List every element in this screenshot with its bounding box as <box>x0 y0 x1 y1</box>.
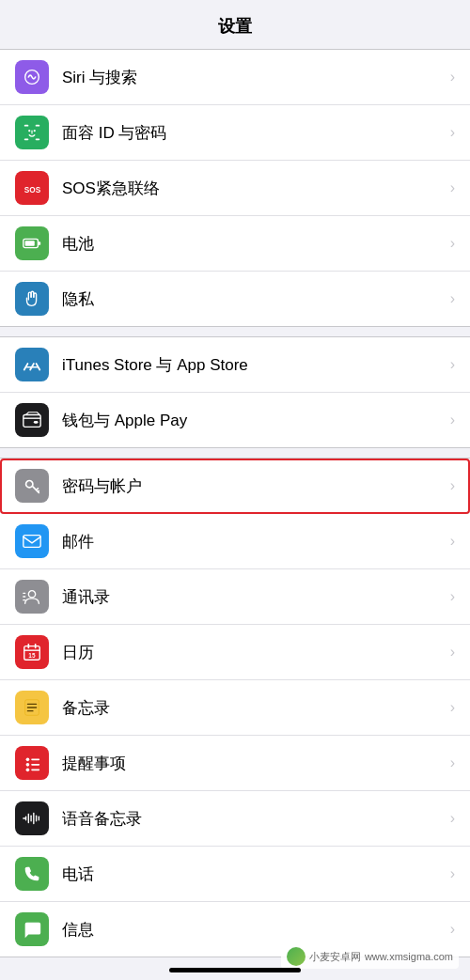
settings-label-siri: Siri 与搜索 <box>62 67 443 88</box>
settings-label-voicememo: 语音备忘录 <box>62 808 443 830</box>
svg-rect-10 <box>38 241 40 245</box>
chevron-icon-siri: › <box>450 69 455 86</box>
settings-label-passwords: 密码与帐户 <box>62 475 443 497</box>
sos-icon: SOS <box>15 171 49 205</box>
chevron-icon-contacts: › <box>450 588 455 605</box>
chevron-icon-battery: › <box>450 235 455 252</box>
watermark: 小麦安卓网 www.xmsigma.com <box>281 944 459 969</box>
settings-item-mail[interactable]: 邮件› <box>0 514 470 569</box>
voicememo-icon <box>15 801 49 835</box>
settings-item-battery[interactable]: 电池› <box>0 216 470 272</box>
settings-label-notes: 备忘录 <box>62 697 443 719</box>
svg-point-5 <box>28 130 30 132</box>
chevron-icon-messages: › <box>450 921 455 938</box>
settings-item-sos[interactable]: SOSSOS紧急联络› <box>0 161 470 216</box>
settings-item-siri[interactable]: Siri 与搜索› <box>0 50 470 105</box>
calendar-icon: 15 <box>15 635 49 669</box>
settings-item-itunes[interactable]: iTunes Store 与 App Store› <box>0 337 470 393</box>
svg-point-28 <box>26 758 30 762</box>
settings-item-privacy[interactable]: 隐私› <box>0 272 470 326</box>
settings-label-sos: SOS紧急联络 <box>62 178 443 199</box>
chevron-icon-wallet: › <box>450 412 455 428</box>
settings-label-phone: 电话 <box>62 863 443 885</box>
settings-label-battery: 电池 <box>62 233 443 255</box>
page-title: 设置 <box>0 0 470 49</box>
settings-label-calendar: 日历 <box>62 642 443 663</box>
chevron-icon-voicememo: › <box>450 810 455 827</box>
settings-item-contacts[interactable]: 通讯录› <box>0 569 470 625</box>
settings-label-contacts: 通讯录 <box>62 586 443 608</box>
settings-label-messages: 信息 <box>62 919 443 941</box>
svg-rect-4 <box>36 138 40 140</box>
settings-label-faceid: 面容 ID 与密码 <box>62 122 443 144</box>
notes-icon <box>15 691 49 724</box>
settings-item-voicememo[interactable]: 语音备忘录› <box>0 791 470 847</box>
svg-point-30 <box>26 769 30 772</box>
chevron-icon-notes: › <box>450 699 455 716</box>
settings-item-reminders[interactable]: 提醒事项› <box>0 736 470 791</box>
chevron-icon-mail: › <box>450 533 455 550</box>
hand-icon <box>15 282 49 316</box>
svg-text:15: 15 <box>28 652 36 659</box>
svg-rect-3 <box>24 138 29 140</box>
svg-point-6 <box>34 130 36 132</box>
settings-item-passwords[interactable]: 密码与帐户› <box>0 459 470 514</box>
section-section2: iTunes Store 与 App Store›钱包与 Apple Pay› <box>0 336 470 448</box>
appstore-icon <box>15 348 49 381</box>
chevron-icon-reminders: › <box>450 754 455 771</box>
messages-icon <box>15 912 49 946</box>
chevron-icon-itunes: › <box>450 356 455 373</box>
section-section3: 密码与帐户›邮件›通讯录›15日历›备忘录›提醒事项›语音备忘录›电话›信息› <box>0 458 470 957</box>
siri-icon <box>15 60 49 94</box>
svg-text:SOS: SOS <box>24 186 41 194</box>
key-icon <box>15 469 49 503</box>
wallet-icon <box>15 403 49 437</box>
settings-item-notes[interactable]: 备忘录› <box>0 680 470 736</box>
svg-rect-2 <box>36 125 40 127</box>
reminders-icon <box>15 746 49 780</box>
home-indicator <box>169 968 301 972</box>
svg-point-14 <box>26 481 33 488</box>
chevron-icon-calendar: › <box>450 644 455 661</box>
svg-point-16 <box>28 591 35 598</box>
settings-item-faceid[interactable]: 面容 ID 与密码› <box>0 105 470 161</box>
svg-rect-15 <box>24 536 40 548</box>
svg-rect-1 <box>24 125 29 127</box>
chevron-icon-sos: › <box>450 179 455 196</box>
settings-label-wallet: 钱包与 Apple Pay <box>62 410 443 431</box>
settings-label-itunes: iTunes Store 与 App Store <box>62 354 443 376</box>
settings-item-wallet[interactable]: 钱包与 Apple Pay› <box>0 393 470 447</box>
phone-icon <box>15 857 49 891</box>
settings-label-privacy: 隐私 <box>62 288 443 310</box>
settings-item-calendar[interactable]: 15日历› <box>0 625 470 680</box>
chevron-icon-faceid: › <box>450 124 455 141</box>
faceid-icon <box>15 116 49 149</box>
chevron-icon-privacy: › <box>450 290 455 307</box>
battery-icon <box>15 226 49 260</box>
settings-label-reminders: 提醒事项 <box>62 753 443 774</box>
mail-icon <box>15 524 49 558</box>
chevron-icon-phone: › <box>450 865 455 882</box>
chevron-icon-passwords: › <box>450 477 455 494</box>
svg-point-29 <box>26 763 30 767</box>
svg-rect-11 <box>25 241 35 246</box>
svg-rect-13 <box>34 421 39 424</box>
svg-rect-12 <box>24 415 40 428</box>
section-section1: Siri 与搜索›面容 ID 与密码›SOSSOS紧急联络›电池›隐私› <box>0 49 470 327</box>
settings-label-mail: 邮件 <box>62 531 443 552</box>
contacts-icon <box>15 580 49 614</box>
settings-item-phone[interactable]: 电话› <box>0 847 470 902</box>
